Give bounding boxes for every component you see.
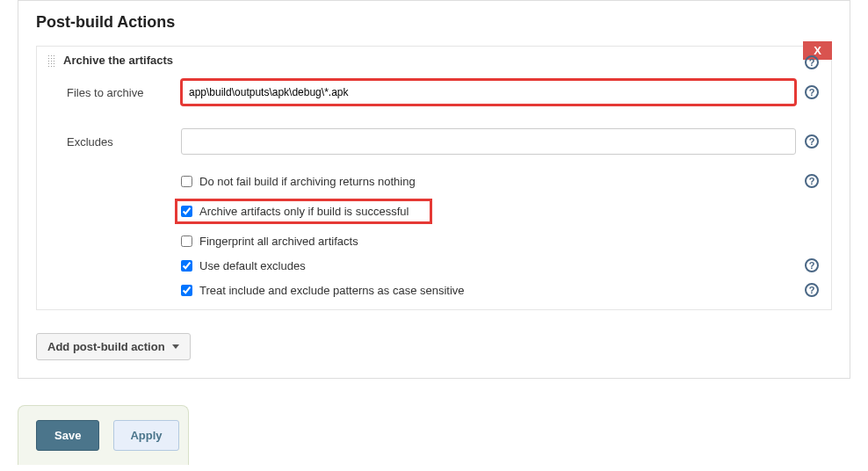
block-title: Archive the artifacts xyxy=(63,54,173,67)
only-success-checkbox[interactable] xyxy=(181,206,192,217)
chevron-down-icon xyxy=(172,344,179,349)
add-action-label: Add post-build action xyxy=(47,340,165,353)
only-success-row: Archive artifacts only if build is succe… xyxy=(37,193,831,229)
case-sensitive-text: Treat include and exclude patterns as ca… xyxy=(199,284,465,297)
post-build-section: Post-build Actions X Archive the artifac… xyxy=(18,0,850,379)
apply-button[interactable]: Apply xyxy=(113,420,178,451)
help-icon[interactable]: ? xyxy=(805,85,819,99)
help-icon[interactable]: ? xyxy=(805,258,819,272)
files-label: Files to archive xyxy=(67,86,181,99)
fingerprint-text: Fingerprint all archived artifacts xyxy=(199,235,358,248)
files-to-archive-row: Files to archive ? xyxy=(37,74,831,111)
archive-artifacts-block: X Archive the artifacts ? Files to archi… xyxy=(36,46,832,310)
help-icon[interactable]: ? xyxy=(805,134,819,149)
case-sensitive-row: Treat include and exclude patterns as ca… xyxy=(37,278,831,309)
no-fail-row: Do not fail build if archiving returns n… xyxy=(37,169,831,193)
drag-handle-icon[interactable] xyxy=(47,54,56,67)
default-excludes-checkbox-label[interactable]: Use default excludes xyxy=(181,259,306,272)
default-excludes-row: Use default excludes ? xyxy=(37,253,831,278)
fingerprint-checkbox-label[interactable]: Fingerprint all archived artifacts xyxy=(181,235,358,248)
no-fail-checkbox-label[interactable]: Do not fail build if archiving returns n… xyxy=(181,175,416,188)
excludes-input[interactable] xyxy=(181,128,796,155)
add-action-row: Add post-build action xyxy=(18,324,850,378)
default-excludes-text: Use default excludes xyxy=(199,259,306,272)
fingerprint-checkbox[interactable] xyxy=(181,236,192,247)
no-fail-text: Do not fail build if archiving returns n… xyxy=(199,175,416,188)
excludes-row: Excludes ? xyxy=(37,123,831,160)
excludes-label: Excludes xyxy=(67,135,181,149)
help-icon[interactable]: ? xyxy=(805,55,819,69)
only-success-checkbox-label[interactable]: Archive artifacts only if build is succe… xyxy=(175,199,432,224)
block-header: Archive the artifacts xyxy=(37,47,831,74)
help-icon[interactable]: ? xyxy=(805,283,819,297)
only-success-text: Archive artifacts only if build is succe… xyxy=(199,205,409,218)
footer-actions: Save Apply xyxy=(18,405,189,465)
help-icon[interactable]: ? xyxy=(805,174,819,188)
add-post-build-action-button[interactable]: Add post-build action xyxy=(36,333,191,360)
section-title: Post-build Actions xyxy=(18,1,850,39)
no-fail-checkbox[interactable] xyxy=(181,176,192,187)
files-to-archive-input[interactable] xyxy=(181,79,796,105)
save-button[interactable]: Save xyxy=(36,420,99,451)
case-sensitive-checkbox-label[interactable]: Treat include and exclude patterns as ca… xyxy=(181,284,465,297)
case-sensitive-checkbox[interactable] xyxy=(181,285,192,296)
default-excludes-checkbox[interactable] xyxy=(181,260,192,272)
fingerprint-row: Fingerprint all archived artifacts xyxy=(37,229,831,253)
